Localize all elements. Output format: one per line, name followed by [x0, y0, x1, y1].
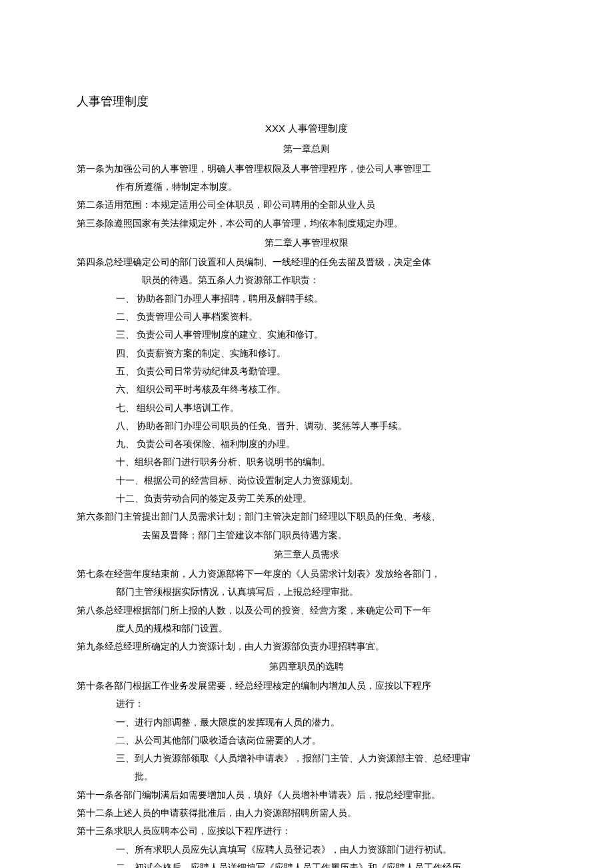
hr-duty-9: 九、 负责公司各项保险、福利制度的办理。	[77, 435, 536, 453]
article-10-item3-line2: 批。	[77, 767, 536, 785]
article-6-line2: 去留及晋降；部门主管建议本部门职员待遇方案。	[77, 526, 536, 544]
article-13-item2-line1: 二、初试合格后，应聘人员详细填写《应聘人员工作履历表》和《应聘人员工作经历、	[77, 859, 536, 868]
hr-duty-1: 一、 协助各部门办理人事招聘，聘用及解聘手续。	[77, 290, 536, 308]
hr-duty-5: 五、 负责公司日常劳动纪律及考勤管理。	[77, 362, 536, 380]
hr-duty-2: 二、 负责管理公司人事档案资料。	[77, 308, 536, 326]
article-10-line1: 第十条各部门根据工作业务发展需要，经总经理核定的编制内增加人员，应按以下程序	[77, 677, 536, 695]
hr-duty-4: 四、 负责薪资方案的制定、实施和修订。	[77, 344, 536, 362]
hr-duty-6: 六、 组织公司平时考核及年终考核工作。	[77, 380, 536, 398]
article-10-item3-line1: 三、到人力资源部领取《人员增补申请表》，报部门主管、人力资源部主管、总经理审	[77, 749, 536, 767]
chapter-1-heading: 第一章总则	[77, 140, 536, 158]
article-4-line2: 职员的待遇。第五条人力资源部工作职责：	[77, 271, 536, 289]
document-subtitle: XXX 人事管理制度	[77, 119, 536, 139]
article-9: 第九条经总经理所确定的人力资源计划，由人力资源部负责办理招聘事宜。	[77, 638, 536, 655]
company-placeholder: XXX	[265, 123, 285, 134]
document-title: 人事管理制度	[77, 90, 536, 113]
article-10-item2: 二、从公司其他部门吸收适合该岗位需要的人才。	[77, 731, 536, 749]
article-4-line1: 第四条总经理确定公司的部门设置和人员编制、一线经理的任免去留及晋级，决定全体	[77, 253, 536, 271]
subtitle-text: 人事管理制度	[285, 123, 348, 134]
article-10-item1: 一、进行内部调整，最大限度的发挥现有人员的潜力。	[77, 713, 536, 731]
article-12: 第十二条上述人员的申请获得批准后，由人力资源部招聘所需人员。	[77, 804, 536, 822]
article-8-line2: 度人员的规模和部门设置。	[77, 620, 536, 638]
hr-duty-10: 十、组织各部门进行职务分析、职务说明书的编制。	[77, 453, 536, 471]
article-13-item1: 一、所有求职人员应先认真填写《应聘人员登记表》，由人力资源部门进行初试。	[77, 841, 536, 859]
hr-duty-3: 三、 负责公司人事管理制度的建立、实施和修订。	[77, 326, 536, 344]
article-8-line1: 第八条总经理根据部门所上报的人数，以及公司的投资、经营方案，来确定公司下一年	[77, 602, 536, 620]
document-page: 人事管理制度 XXX 人事管理制度 第一章总则 第一条为加强公司的人事管理，明确…	[0, 0, 613, 868]
hr-duty-7: 七、 组织公司人事培训工作。	[77, 399, 536, 417]
article-2: 第二条适用范围：本规定适用公司全体职员，即公司聘用的全部从业人员	[77, 196, 536, 214]
article-1-line2: 作有所遵循，特制定本制度。	[77, 178, 536, 196]
article-7-line2: 部门主管须根据实际情况，认真填写后，上报总经理审批。	[77, 583, 536, 601]
chapter-3-heading: 第三章人员需求	[77, 546, 536, 564]
article-10-line2: 进行：	[77, 695, 536, 713]
article-6-line1: 第六条部门主管提出部门人员需求计划；部门主管决定部门经理以下职员的任免、考核、	[77, 508, 536, 526]
hr-duty-12: 十二、负责劳动合同的签定及劳工关系的处理。	[77, 490, 536, 508]
hr-duty-8: 八、 协助各部门办理公司职员的任免、晋升、调动、奖惩等人事手续。	[77, 417, 536, 435]
chapter-4-heading: 第四章职员的选聘	[77, 657, 536, 675]
article-3: 第三条除遵照国家有关法律规定外，本公司的人事管理，均依本制度规定办理。	[77, 215, 536, 232]
hr-duty-11: 十一、根据公司的经营目标、岗位设置制定人力资源规划。	[77, 472, 536, 490]
chapter-2-heading: 第二章人事管理权限	[77, 234, 536, 252]
article-13: 第十三条求职人员应聘本公司，应按以下程序进行：	[77, 822, 536, 840]
article-7-line1: 第七条在经营年度结束前，人力资源部将下一年度的《人员需求计划表》发放给各部门，	[77, 565, 536, 583]
article-1-line1: 第一条为加强公司的人事管理，明确人事管理权限及人事管理程序，使公司人事管理工	[77, 160, 536, 178]
article-11: 第十一条各部门编制满后如需要增加人员，填好《人员增补申请表》后，报总经理审批。	[77, 786, 536, 804]
